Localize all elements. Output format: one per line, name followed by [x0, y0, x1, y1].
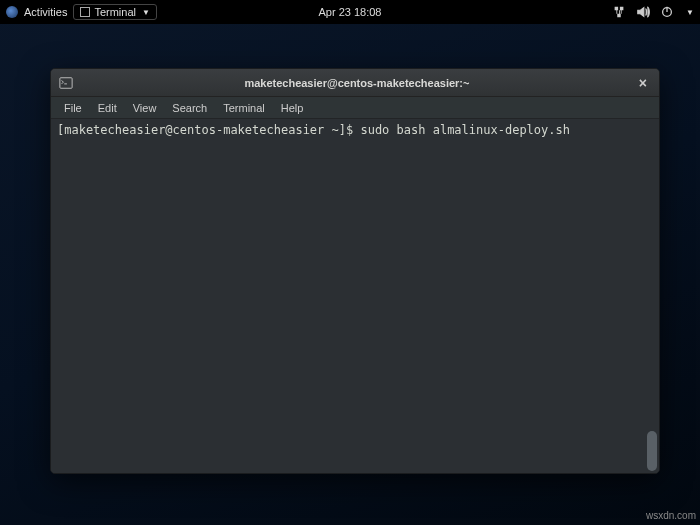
menu-view[interactable]: View	[126, 100, 164, 116]
activities-button[interactable]: Activities	[24, 6, 67, 18]
menu-terminal[interactable]: Terminal	[216, 100, 272, 116]
volume-icon[interactable]	[636, 5, 650, 19]
terminal-app-icon	[80, 7, 90, 17]
app-menu-label: Terminal	[94, 6, 136, 18]
terminal-window: maketecheasier@centos-maketecheasier:~ ×…	[50, 68, 660, 474]
menu-search[interactable]: Search	[165, 100, 214, 116]
terminal-content[interactable]: [maketecheasier@centos-maketecheasier ~]…	[51, 119, 659, 473]
distro-logo-icon	[6, 6, 18, 18]
terminal-line: [maketecheasier@centos-maketecheasier ~]…	[57, 122, 653, 139]
system-menu-chevron-icon[interactable]: ▼	[686, 8, 694, 17]
app-menu-button[interactable]: Terminal ▼	[73, 4, 157, 20]
shell-command: sudo bash almalinux-deploy.sh	[360, 123, 570, 137]
menu-edit[interactable]: Edit	[91, 100, 124, 116]
menu-file[interactable]: File	[57, 100, 89, 116]
gnome-topbar: Activities Terminal ▼ Apr 23 18:08 ▼	[0, 0, 700, 24]
close-button[interactable]: ×	[635, 75, 651, 91]
window-titlebar[interactable]: maketecheasier@centos-maketecheasier:~ ×	[51, 69, 659, 97]
menu-help[interactable]: Help	[274, 100, 311, 116]
clock[interactable]: Apr 23 18:08	[319, 6, 382, 18]
shell-prompt: [maketecheasier@centos-maketecheasier ~]…	[57, 123, 360, 137]
scrollbar-thumb[interactable]	[647, 431, 657, 471]
svg-rect-2	[60, 77, 72, 88]
menubar: File Edit View Search Terminal Help	[51, 97, 659, 119]
chevron-down-icon: ▼	[142, 8, 150, 17]
power-icon[interactable]	[660, 5, 674, 19]
network-icon[interactable]	[612, 5, 626, 19]
terminal-window-icon	[59, 76, 73, 90]
watermark-text: wsxdn.com	[646, 510, 696, 521]
window-title: maketecheasier@centos-maketecheasier:~	[79, 77, 635, 89]
